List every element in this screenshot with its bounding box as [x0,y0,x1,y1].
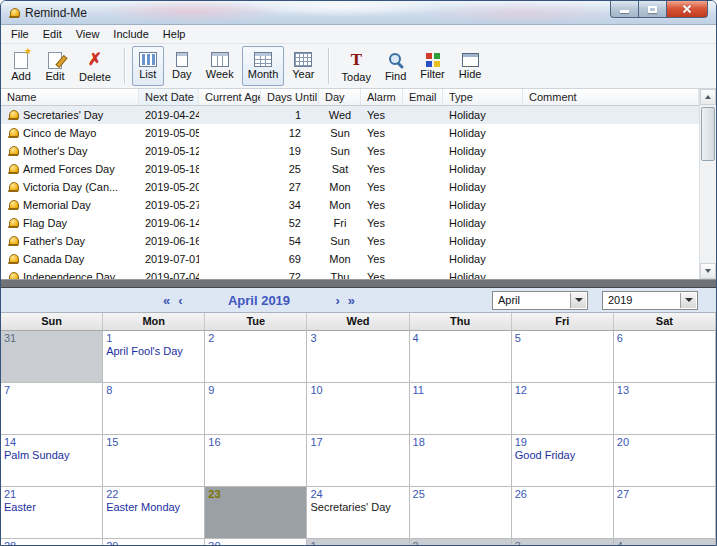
calendar-cell-16[interactable]: 16 [205,435,307,487]
calendar-cell-1[interactable]: 1 [307,539,409,545]
table-row[interactable]: Father's Day2019-06-1654SunYesHoliday [1,232,699,250]
vertical-scrollbar[interactable] [699,89,716,279]
calendar-month-title: April 2019 [187,293,332,308]
table-row[interactable]: Victoria Day (Can...2019-05-2027MonYesHo… [1,178,699,196]
calendar-cell-9[interactable]: 9 [205,383,307,435]
calendar-cell-24[interactable]: 24Secretaries' Day [307,487,409,539]
column-header-name[interactable]: Name [1,89,139,105]
calendar-cell-5[interactable]: 5 [512,331,614,383]
table-row[interactable]: Memorial Day2019-05-2734MonYesHoliday [1,196,699,214]
column-header-comment[interactable]: Comment [523,89,699,105]
calendar-cell-15[interactable]: 15 [103,435,205,487]
calendar-cell-26[interactable]: 26 [512,487,614,539]
calendar-cell-30[interactable]: 30 [205,539,307,545]
scrollbar-thumb[interactable] [701,107,715,161]
calendar-cell-2[interactable]: 2 [410,539,512,545]
title-bar[interactable]: Remind-Me [1,1,716,25]
menu-item-view[interactable]: View [69,26,107,42]
calendar-cell-22[interactable]: 22Easter Monday [103,487,205,539]
calendar-cell-4[interactable]: 4 [410,331,512,383]
table-row[interactable]: Independence Day2019-07-0472ThuYesHolida… [1,268,699,279]
column-header-next-date[interactable]: Next Date [139,89,199,105]
calendar-cell-7[interactable]: 7 [1,383,103,435]
menu-item-file[interactable]: File [4,26,36,42]
table-row[interactable]: Cinco de Mayo2019-05-0512SunYesHoliday [1,124,699,142]
table-row[interactable]: Secretaries' Day2019-04-241WedYesHoliday [1,106,699,124]
calendar-cell-3[interactable]: 3 [512,539,614,545]
first-month-button[interactable]: « [159,293,174,308]
hide-button[interactable]: Hide [453,46,488,86]
scroll-up-button[interactable] [700,89,716,105]
column-header-days-until[interactable]: Days Until [261,89,319,105]
calendar-cell-1[interactable]: 1April Fool's Day [103,331,205,383]
menu-item-include[interactable]: Include [106,26,155,42]
column-header-current-age[interactable]: Current Age [199,89,261,105]
list-button[interactable]: List [132,46,164,86]
calendar-cell-2[interactable]: 2 [205,331,307,383]
column-header-email[interactable]: Email [403,89,443,105]
cell-next-date: 2019-06-16 [139,232,199,250]
calendar-cell-19[interactable]: 19Good Friday [512,435,614,487]
menu-item-edit[interactable]: Edit [36,26,69,42]
splitter-handle[interactable] [1,279,716,288]
calendar-cell-8[interactable]: 8 [103,383,205,435]
column-header-alarm[interactable]: Alarm [361,89,403,105]
prev-month-button[interactable]: ‹ [174,293,186,308]
calendar-cell-12[interactable]: 12 [512,383,614,435]
delete-button[interactable]: Delete [73,46,117,86]
minimize-button[interactable] [610,1,639,18]
calendar-cell-3[interactable]: 3 [307,331,409,383]
table-row[interactable]: Flag Day2019-06-1452FriYesHoliday [1,214,699,232]
table-row[interactable]: Armed Forces Day2019-05-1825SatYesHolida… [1,160,699,178]
month-dropdown-arrow-icon[interactable] [570,293,586,308]
calendar-cell-18[interactable]: 18 [410,435,512,487]
calendar-cell-25[interactable]: 25 [410,487,512,539]
day-number: 8 [106,384,201,396]
table-row[interactable]: Canada Day2019-07-0169MonYesHoliday [1,250,699,268]
next-month-button[interactable]: › [331,293,343,308]
find-button[interactable]: Find [379,46,412,86]
calendar-cell-11[interactable]: 11 [410,383,512,435]
cell-value: Mon [329,181,350,193]
calendar-cell-14[interactable]: 14Palm Sunday [1,435,103,487]
today-button[interactable]: Today [336,46,377,86]
calendar-cell-13[interactable]: 13 [614,383,716,435]
year-button[interactable]: Year [286,46,320,86]
day-number: 18 [413,436,508,448]
calendar-cell-31[interactable]: 31 [1,331,103,383]
column-header-day[interactable]: Day [319,89,361,105]
calendar-cell-28[interactable]: 28 [1,539,103,545]
year-dropdown[interactable]: 2019 [602,291,698,310]
calendar-cell-4[interactable]: 4 [614,539,716,545]
calendar-cell-10[interactable]: 10 [307,383,409,435]
table-row[interactable]: Mother's Day2019-05-1219SunYesHoliday [1,142,699,160]
close-button[interactable] [666,1,708,18]
scroll-down-button[interactable] [700,263,716,279]
cell-value: Yes [367,145,385,157]
menu-item-help[interactable]: Help [156,26,193,42]
cell-day: Thu [319,268,361,279]
calendar-cell-20[interactable]: 20 [614,435,716,487]
cell-value: Yes [367,181,385,193]
filter-button[interactable]: Filter [414,46,450,86]
edit-button[interactable]: Edit [39,46,71,86]
month-button[interactable]: Month [242,46,285,86]
last-month-button[interactable]: » [344,293,359,308]
cell-value: Yes [367,109,385,121]
day-number: 25 [413,488,508,500]
column-header-type[interactable]: Type [443,89,523,105]
calendar-cell-21[interactable]: 21Easter [1,487,103,539]
day-number: 9 [208,384,303,396]
add-button[interactable]: Add [5,46,37,86]
calendar-cell-29[interactable]: 29 [103,539,205,545]
calendar-cell-27[interactable]: 27 [614,487,716,539]
maximize-button[interactable] [639,1,666,18]
calendar-cell-17[interactable]: 17 [307,435,409,487]
calendar-cell-6[interactable]: 6 [614,331,716,383]
day-button[interactable]: Day [166,46,198,86]
week-button[interactable]: Week [200,46,240,86]
month-dropdown[interactable]: April [492,291,588,310]
year-dropdown-arrow-icon[interactable] [680,293,696,308]
cell-value: Thu [331,271,350,279]
calendar-cell-23[interactable]: 23 [205,487,307,539]
